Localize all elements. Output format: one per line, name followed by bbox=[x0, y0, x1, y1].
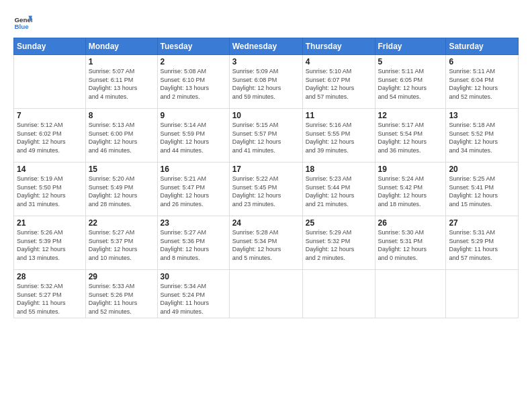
calendar-cell: 22Sunrise: 5:27 AMSunset: 5:37 PMDayligh… bbox=[85, 216, 157, 270]
calendar-cell: 4Sunrise: 5:10 AMSunset: 6:07 PMDaylight… bbox=[302, 55, 375, 109]
day-info: Sunrise: 5:25 AMSunset: 5:41 PMDaylight:… bbox=[449, 175, 515, 208]
logo: General Blue bbox=[13, 12, 35, 31]
calendar-cell: 28Sunrise: 5:32 AMSunset: 5:27 PMDayligh… bbox=[14, 270, 86, 318]
calendar-cell: 14Sunrise: 5:19 AMSunset: 5:50 PMDayligh… bbox=[14, 163, 86, 216]
calendar-cell: 18Sunrise: 5:23 AMSunset: 5:44 PMDayligh… bbox=[302, 163, 375, 216]
day-info: Sunrise: 5:34 AMSunset: 5:24 PMDaylight:… bbox=[161, 282, 226, 316]
weekday-header-friday: Friday bbox=[375, 38, 446, 55]
calendar-cell: 26Sunrise: 5:30 AMSunset: 5:31 PMDayligh… bbox=[375, 216, 446, 270]
day-number: 29 bbox=[89, 272, 154, 281]
calendar-cell: 20Sunrise: 5:25 AMSunset: 5:41 PMDayligh… bbox=[446, 163, 519, 216]
day-number: 25 bbox=[306, 218, 372, 228]
day-number: 20 bbox=[449, 165, 515, 174]
calendar-cell: 13Sunrise: 5:18 AMSunset: 5:52 PMDayligh… bbox=[446, 109, 519, 163]
week-row-4: 21Sunrise: 5:26 AMSunset: 5:39 PMDayligh… bbox=[14, 216, 519, 270]
page-header: General Blue bbox=[13, 12, 519, 31]
day-info: Sunrise: 5:26 AMSunset: 5:39 PMDaylight:… bbox=[17, 228, 83, 262]
calendar-cell bbox=[446, 270, 519, 318]
calendar-cell: 16Sunrise: 5:21 AMSunset: 5:47 PMDayligh… bbox=[157, 163, 229, 216]
weekday-header-thursday: Thursday bbox=[302, 38, 375, 55]
day-info: Sunrise: 5:33 AMSunset: 5:26 PMDaylight:… bbox=[89, 282, 154, 316]
day-info: Sunrise: 5:22 AMSunset: 5:45 PMDaylight:… bbox=[232, 175, 300, 208]
calendar-cell: 9Sunrise: 5:14 AMSunset: 5:59 PMDaylight… bbox=[157, 109, 229, 163]
calendar-cell: 10Sunrise: 5:15 AMSunset: 5:57 PMDayligh… bbox=[229, 109, 302, 163]
day-info: Sunrise: 5:32 AMSunset: 5:27 PMDaylight:… bbox=[17, 282, 83, 316]
day-info: Sunrise: 5:07 AMSunset: 6:11 PMDaylight:… bbox=[89, 67, 154, 101]
calendar-cell: 15Sunrise: 5:20 AMSunset: 5:49 PMDayligh… bbox=[85, 163, 157, 216]
calendar-cell bbox=[302, 270, 375, 318]
day-info: Sunrise: 5:09 AMSunset: 6:08 PMDaylight:… bbox=[232, 67, 300, 101]
weekday-header-monday: Monday bbox=[85, 38, 157, 55]
calendar-cell: 23Sunrise: 5:27 AMSunset: 5:36 PMDayligh… bbox=[157, 216, 229, 270]
calendar-cell: 8Sunrise: 5:13 AMSunset: 6:00 PMDaylight… bbox=[85, 109, 157, 163]
day-number: 1 bbox=[89, 57, 154, 66]
calendar-cell: 30Sunrise: 5:34 AMSunset: 5:24 PMDayligh… bbox=[157, 270, 229, 318]
day-number: 7 bbox=[17, 111, 83, 120]
day-number: 12 bbox=[378, 111, 443, 120]
day-number: 11 bbox=[306, 111, 372, 120]
day-number: 24 bbox=[232, 218, 300, 228]
day-info: Sunrise: 5:24 AMSunset: 5:42 PMDaylight:… bbox=[378, 175, 443, 208]
week-row-5: 28Sunrise: 5:32 AMSunset: 5:27 PMDayligh… bbox=[14, 270, 519, 318]
calendar-cell: 19Sunrise: 5:24 AMSunset: 5:42 PMDayligh… bbox=[375, 163, 446, 216]
day-number: 15 bbox=[89, 165, 154, 174]
calendar-cell bbox=[14, 55, 86, 109]
calendar-cell: 17Sunrise: 5:22 AMSunset: 5:45 PMDayligh… bbox=[229, 163, 302, 216]
day-info: Sunrise: 5:27 AMSunset: 5:37 PMDaylight:… bbox=[89, 228, 154, 262]
weekday-header-saturday: Saturday bbox=[446, 38, 519, 55]
day-info: Sunrise: 5:11 AMSunset: 6:05 PMDaylight:… bbox=[378, 67, 443, 101]
day-number: 30 bbox=[161, 272, 226, 281]
day-info: Sunrise: 5:23 AMSunset: 5:44 PMDaylight:… bbox=[306, 175, 372, 208]
calendar-cell: 24Sunrise: 5:28 AMSunset: 5:34 PMDayligh… bbox=[229, 216, 302, 270]
day-info: Sunrise: 5:16 AMSunset: 5:55 PMDaylight:… bbox=[306, 121, 372, 154]
week-row-1: 1Sunrise: 5:07 AMSunset: 6:11 PMDaylight… bbox=[14, 55, 519, 109]
day-info: Sunrise: 5:10 AMSunset: 6:07 PMDaylight:… bbox=[306, 67, 372, 101]
calendar-cell: 3Sunrise: 5:09 AMSunset: 6:08 PMDaylight… bbox=[229, 55, 302, 109]
day-info: Sunrise: 5:08 AMSunset: 6:10 PMDaylight:… bbox=[161, 67, 226, 101]
logo-icon: General Blue bbox=[13, 12, 32, 31]
day-number: 23 bbox=[161, 218, 226, 228]
day-number: 9 bbox=[161, 111, 226, 120]
day-number: 10 bbox=[232, 111, 300, 120]
calendar-cell: 21Sunrise: 5:26 AMSunset: 5:39 PMDayligh… bbox=[14, 216, 86, 270]
day-number: 13 bbox=[449, 111, 515, 120]
day-number: 26 bbox=[378, 218, 443, 228]
weekday-header-wednesday: Wednesday bbox=[229, 38, 302, 55]
day-info: Sunrise: 5:20 AMSunset: 5:49 PMDaylight:… bbox=[89, 175, 154, 208]
calendar-cell: 5Sunrise: 5:11 AMSunset: 6:05 PMDaylight… bbox=[375, 55, 446, 109]
day-number: 21 bbox=[17, 218, 83, 228]
day-info: Sunrise: 5:14 AMSunset: 5:59 PMDaylight:… bbox=[161, 121, 226, 154]
calendar-cell: 12Sunrise: 5:17 AMSunset: 5:54 PMDayligh… bbox=[375, 109, 446, 163]
day-number: 28 bbox=[17, 272, 83, 281]
calendar-cell: 6Sunrise: 5:11 AMSunset: 6:04 PMDaylight… bbox=[446, 55, 519, 109]
weekday-header-row: SundayMondayTuesdayWednesdayThursdayFrid… bbox=[14, 38, 519, 55]
svg-text:Blue: Blue bbox=[14, 23, 29, 30]
calendar-cell: 25Sunrise: 5:29 AMSunset: 5:32 PMDayligh… bbox=[302, 216, 375, 270]
calendar-cell bbox=[375, 270, 446, 318]
day-info: Sunrise: 5:18 AMSunset: 5:52 PMDaylight:… bbox=[449, 121, 515, 154]
day-info: Sunrise: 5:28 AMSunset: 5:34 PMDaylight:… bbox=[232, 228, 300, 262]
day-number: 4 bbox=[306, 57, 372, 66]
day-info: Sunrise: 5:15 AMSunset: 5:57 PMDaylight:… bbox=[232, 121, 300, 154]
week-row-2: 7Sunrise: 5:12 AMSunset: 6:02 PMDaylight… bbox=[14, 109, 519, 163]
day-info: Sunrise: 5:19 AMSunset: 5:50 PMDaylight:… bbox=[17, 175, 83, 208]
day-info: Sunrise: 5:30 AMSunset: 5:31 PMDaylight:… bbox=[378, 228, 443, 262]
day-number: 6 bbox=[449, 57, 515, 66]
calendar-cell bbox=[229, 270, 302, 318]
day-info: Sunrise: 5:11 AMSunset: 6:04 PMDaylight:… bbox=[449, 67, 515, 101]
day-info: Sunrise: 5:17 AMSunset: 5:54 PMDaylight:… bbox=[378, 121, 443, 154]
day-number: 17 bbox=[232, 165, 300, 174]
calendar-cell: 1Sunrise: 5:07 AMSunset: 6:11 PMDaylight… bbox=[85, 55, 157, 109]
day-info: Sunrise: 5:29 AMSunset: 5:32 PMDaylight:… bbox=[306, 228, 372, 262]
calendar-table: SundayMondayTuesdayWednesdayThursdayFrid… bbox=[13, 38, 519, 318]
day-number: 22 bbox=[89, 218, 154, 228]
weekday-header-tuesday: Tuesday bbox=[157, 38, 229, 55]
day-number: 14 bbox=[17, 165, 83, 174]
day-number: 19 bbox=[378, 165, 443, 174]
weekday-header-sunday: Sunday bbox=[14, 38, 86, 55]
day-info: Sunrise: 5:21 AMSunset: 5:47 PMDaylight:… bbox=[161, 175, 226, 208]
day-number: 18 bbox=[306, 165, 372, 174]
day-info: Sunrise: 5:13 AMSunset: 6:00 PMDaylight:… bbox=[89, 121, 154, 154]
day-info: Sunrise: 5:27 AMSunset: 5:36 PMDaylight:… bbox=[161, 228, 226, 262]
calendar-cell: 27Sunrise: 5:31 AMSunset: 5:29 PMDayligh… bbox=[446, 216, 519, 270]
